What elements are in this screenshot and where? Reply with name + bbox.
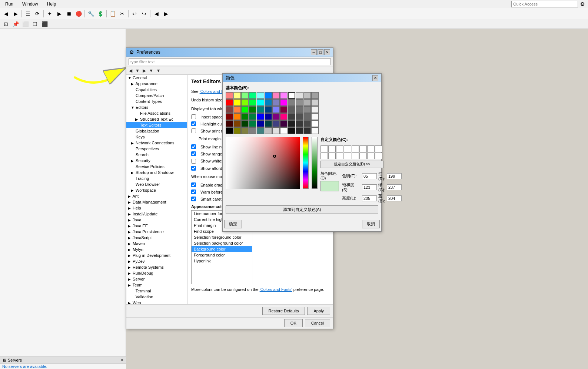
color-picker-close-button[interactable]: ✕ [372, 75, 378, 81]
color-item-selection-fg[interactable]: Selection foreground color [192, 234, 252, 240]
tree-item-content-types[interactable]: Content Types [126, 98, 187, 104]
basic-color-53[interactable] [265, 120, 272, 127]
basic-color-9[interactable] [296, 92, 303, 99]
basic-color-33[interactable] [296, 106, 303, 113]
color-gradient-area[interactable] [226, 137, 300, 189]
basic-color-62[interactable] [241, 127, 249, 134]
basic-color-27[interactable] [249, 106, 256, 113]
tree-item-general[interactable]: ▼ General [126, 75, 187, 81]
basic-color-35[interactable] [311, 106, 319, 113]
no-servers-link[interactable]: No servers are available. [0, 362, 50, 369]
set-custom-colors-button[interactable]: 规定自定义颜色(D) >> [320, 161, 383, 168]
custom-color-9[interactable] [328, 152, 336, 159]
add-custom-color-button[interactable]: 添加到自定义颜色(A) [226, 205, 378, 214]
custom-color-3[interactable] [344, 145, 351, 152]
tree-item-globalization[interactable]: Globalization [126, 128, 187, 134]
apply-button[interactable]: Apply [307, 307, 330, 315]
tree-item-text-editors[interactable]: Text Editors [126, 122, 187, 128]
toolbar-btn-1[interactable]: ◀ [1, 9, 10, 18]
toolbar-btn-2[interactable]: ▶ [11, 9, 20, 18]
tree-item-mylyn[interactable]: ▶ Mylyn [126, 246, 187, 252]
basic-color-56[interactable] [288, 120, 295, 127]
show-range-indicator-checkbox[interactable] [191, 151, 196, 156]
toolbar2-btn-1[interactable]: ⊡ [1, 20, 10, 28]
color-item-foreground[interactable]: Foreground color [192, 252, 252, 258]
dialog-close-button[interactable]: ✕ [324, 49, 330, 55]
show-whitespace-checkbox[interactable] [191, 159, 196, 164]
basic-color-16[interactable] [257, 99, 264, 106]
quick-access-input[interactable] [511, 1, 578, 7]
basic-color-17[interactable] [265, 99, 272, 106]
basic-color-1[interactable] [233, 92, 241, 99]
tree-item-pydev[interactable]: ▶ PyDev [126, 258, 187, 264]
custom-color-8[interactable] [320, 152, 328, 159]
toolbar-btn-9[interactable]: 🔧 [86, 9, 95, 18]
toolbar2-btn-5[interactable]: ⬛ [40, 20, 49, 28]
tree-item-java[interactable]: ▶ Java [126, 217, 187, 223]
basic-color-2[interactable] [241, 92, 249, 99]
tree-item-team[interactable]: ▶ Team [126, 282, 187, 288]
sat-input[interactable] [362, 184, 377, 190]
toolbar-btn-3[interactable]: ☰ [23, 9, 32, 18]
toolbar-btn-16[interactable]: ▶ [162, 9, 170, 18]
toolbar-btn-12[interactable]: ✂ [118, 9, 127, 18]
basic-color-58[interactable] [303, 120, 311, 127]
print-margin-checkbox[interactable] [191, 128, 196, 133]
basic-color-40[interactable] [257, 113, 264, 120]
tree-item-file-associations[interactable]: File Associations [126, 110, 187, 116]
hue-input[interactable] [362, 173, 377, 179]
tree-item-terminal[interactable]: Terminal [126, 288, 187, 294]
menu-help[interactable]: Help [45, 1, 59, 7]
basic-color-64[interactable] [257, 127, 264, 134]
basic-color-selected[interactable] [288, 92, 295, 99]
color-item-hyperlink[interactable]: Hyperlink [192, 258, 252, 264]
dialog-minimize-button[interactable]: ─ [311, 49, 317, 55]
custom-color-0[interactable] [320, 145, 328, 152]
basic-color-59[interactable] [311, 120, 319, 127]
toolbar-btn-8[interactable]: 🔴 [74, 9, 83, 18]
custom-color-6[interactable] [367, 145, 375, 152]
ok-button[interactable]: OK [284, 319, 303, 327]
red-input[interactable] [387, 173, 402, 179]
highlight-line-checkbox[interactable] [191, 121, 196, 126]
basic-color-25[interactable] [233, 106, 241, 113]
custom-color-2[interactable] [336, 145, 343, 152]
custom-color-5[interactable] [359, 145, 367, 152]
custom-color-12[interactable] [352, 152, 359, 159]
nav-forward-dropdown-icon[interactable]: ▼ [148, 68, 155, 74]
basic-color-37[interactable] [233, 113, 241, 120]
tree-item-ant[interactable]: ▶ Ant [126, 193, 187, 199]
servers-close-icon[interactable]: ✕ [121, 358, 124, 362]
tree-item-perspectives[interactable]: Perspectives [126, 146, 187, 152]
tree-item-service-policies[interactable]: Service Policies [126, 164, 187, 170]
toolbar-btn-4[interactable]: ⟳ [33, 9, 42, 18]
basic-color-48[interactable] [226, 120, 233, 127]
basic-color-38[interactable] [241, 113, 249, 120]
toolbar-btn-15[interactable]: ◀ [152, 9, 161, 18]
filter-input[interactable] [129, 58, 331, 65]
basic-color-36[interactable] [226, 113, 233, 120]
basic-color-13[interactable] [233, 99, 241, 106]
tree-item-web[interactable]: ▶ Web [126, 300, 187, 304]
lightness-slider[interactable] [312, 137, 318, 189]
nav-dropdown-icon[interactable]: ▼ [134, 68, 141, 74]
tree-item-help[interactable]: ▶ Help [126, 205, 187, 211]
cancel-button[interactable]: Cancel [305, 319, 330, 327]
color-item-background[interactable]: Background color [192, 246, 252, 252]
basic-color-70[interactable] [303, 127, 311, 134]
basic-color-71[interactable] [311, 127, 319, 134]
toolbar2-btn-2[interactable]: 📌 [11, 20, 20, 28]
tree-item-maven[interactable]: ▶ Maven [126, 241, 187, 246]
basic-color-42[interactable] [272, 113, 280, 120]
tree-item-capabilities[interactable]: Capabilities [126, 87, 187, 93]
tree-item-web-browser[interactable]: Web Browser [126, 181, 187, 187]
menu-window[interactable]: Window [20, 1, 40, 7]
basic-color-45[interactable] [296, 113, 303, 120]
custom-color-4[interactable] [352, 145, 359, 152]
custom-color-13[interactable] [359, 152, 367, 159]
custom-color-15[interactable] [375, 152, 382, 159]
tree-item-workspace[interactable]: ▶ Workspace [126, 187, 187, 193]
basic-color-67[interactable] [280, 127, 288, 134]
basic-color-49[interactable] [233, 120, 241, 127]
show-line-numbers-checkbox[interactable] [191, 144, 196, 149]
